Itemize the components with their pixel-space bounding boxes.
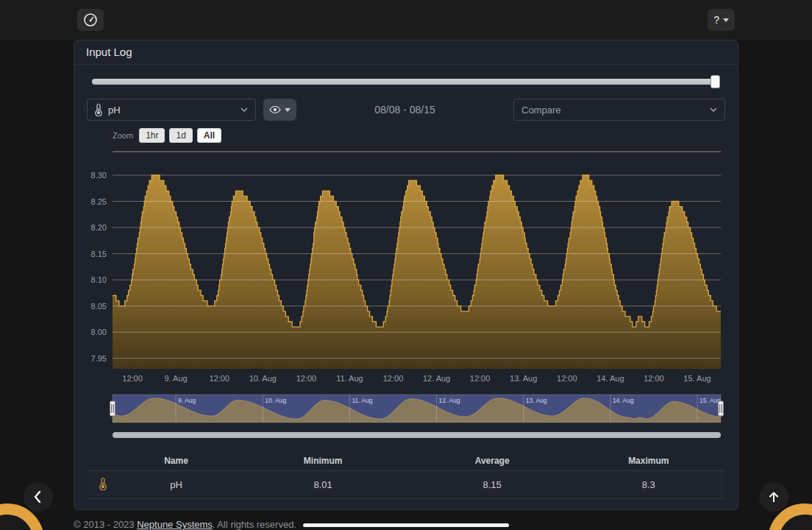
row-average: 8.15 [413,479,572,490]
header-minimum: Minimum [234,456,413,466]
svg-text:10. Aug: 10. Aug [265,397,286,404]
svg-text:11. Aug: 11. Aug [352,397,372,404]
svg-text:12:00: 12:00 [122,374,143,383]
top-bar: ? [0,0,812,40]
zoom-button-1d[interactable]: 1d [169,128,192,143]
panel-body: pH 08/08 - 08/15 Compare [74,65,738,509]
header-average: Average [413,456,572,466]
slider-track[interactable] [92,79,720,85]
ph-area-chart: 8.308.258.208.158.108.058.007.9512:009. … [87,146,725,389]
svg-text:12:00: 12:00 [644,374,664,383]
svg-text:12:00: 12:00 [209,374,229,383]
svg-text:9. Aug: 9. Aug [164,374,187,383]
svg-text:11. Aug: 11. Aug [336,374,363,383]
svg-text:12:00: 12:00 [557,374,577,383]
svg-text:14. Aug: 14. Aug [613,397,634,404]
svg-text:8.15: 8.15 [91,250,107,258]
svg-text:12:00: 12:00 [470,374,491,383]
header-name: Name [118,456,233,466]
svg-text:8.20: 8.20 [91,223,107,232]
copyright-suffix: . All rights reserved. [213,519,296,530]
row-name: pH [118,479,233,490]
svg-text:8.25: 8.25 [91,197,107,206]
copyright-prefix: © 2013 - 2023 [74,519,137,530]
table-row: pH 8.01 8.15 8.3 [87,470,725,499]
stats-table: Name Minimum Average Maximum pH 8.01 8.1… [87,451,725,499]
caret-down-icon [285,108,291,112]
caret-down-icon [723,18,729,22]
date-range-label: 08/08 - 08/15 [296,104,513,116]
zoom-controls: Zoom 1hr 1d All [113,128,725,143]
eye-icon [269,105,281,114]
svg-text:13. Aug: 13. Aug [526,397,547,404]
zoom-button-all[interactable]: All [197,128,221,143]
arrow-up-icon [766,490,781,504]
svg-text:14. Aug: 14. Aug [596,374,624,383]
compare-select[interactable]: Compare [513,99,725,121]
svg-text:7.95: 7.95 [91,354,107,363]
zoom-button-1hr[interactable]: 1hr [139,128,165,143]
time-range-slider[interactable] [92,75,720,88]
slider-thumb[interactable] [710,75,720,88]
stats-table-header: Name Minimum Average Maximum [87,451,725,470]
home-indicator [303,523,509,527]
scroll-to-top-button[interactable] [759,482,788,512]
row-maximum: 8.3 [572,479,725,490]
help-button[interactable]: ? [708,9,735,31]
input-log-panel: Input Log pH [74,40,738,510]
visibility-button[interactable] [263,99,296,121]
svg-text:10. Aug: 10. Aug [249,374,277,383]
svg-text:12. Aug: 12. Aug [439,397,460,404]
chevron-down-icon [241,107,248,112]
header-maximum: Maximum [572,456,725,466]
chart-toolbar: pH 08/08 - 08/15 Compare [87,99,725,121]
svg-text:9. Aug: 9. Aug [178,397,196,404]
svg-text:8.10: 8.10 [91,275,107,284]
zoom-label: Zoom [113,131,133,140]
svg-text:12:00: 12:00 [383,374,404,383]
thermometer-icon [95,103,102,116]
help-label: ? [713,14,719,26]
svg-text:12:00: 12:00 [296,374,317,383]
row-minimum: 8.01 [234,479,413,490]
neptune-systems-link[interactable]: Neptune Systems [137,519,213,530]
row-icon-cell [87,477,118,492]
compare-select-placeholder: Compare [521,105,560,116]
dashboard-button[interactable] [77,9,104,31]
chart-scrollbar[interactable] [113,432,721,438]
svg-text:8.00: 8.00 [91,328,107,336]
svg-text:15. Aug: 15. Aug [699,397,721,404]
probe-select[interactable]: pH [87,99,256,121]
page-title: Input Log [74,40,738,65]
thermometer-icon [99,477,107,490]
svg-text:8.05: 8.05 [91,302,107,311]
svg-text:15. Aug: 15. Aug [683,374,710,383]
svg-text:12. Aug: 12. Aug [423,374,450,383]
chart-section: Zoom 1hr 1d All 8.308.258.208.158.108.05… [87,128,725,438]
chevron-left-icon [30,489,46,505]
chart-navigator[interactable]: 9. Aug10. Aug11. Aug12. Aug13. Aug14. Au… [87,393,725,427]
chevron-down-icon [710,107,717,112]
svg-text:8.30: 8.30 [91,171,107,180]
svg-text:13. Aug: 13. Aug [510,374,537,383]
back-button[interactable] [24,482,53,512]
gauge-icon [83,13,98,27]
probe-select-value: pH [108,105,121,116]
